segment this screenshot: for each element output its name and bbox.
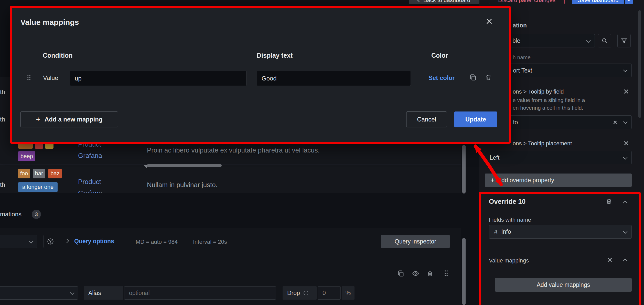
drag-mapping-handle-icon[interactable]: [25, 72, 33, 83]
back-to-dashboard-button[interactable]: Back to dashboard: [409, 0, 479, 4]
add-value-mappings-button[interactable]: Add value mappings: [495, 278, 632, 292]
row-divider: [0, 165, 461, 165]
filter-icon: [621, 37, 627, 44]
column-resize-handle[interactable]: [143, 165, 147, 168]
save-dashboard-caret-button[interactable]: [625, 0, 633, 4]
description-cell: Proin ac libero vulputate ex vulputate p…: [147, 146, 320, 154]
query-md-text: MD = auto = 984: [136, 239, 178, 245]
tag-label: a longer one: [22, 184, 53, 190]
cancel-label: Cancel: [417, 116, 436, 123]
query-inspector-label: Query inspector: [395, 238, 436, 245]
value-mappings-property-label: Value mappings: [489, 257, 529, 264]
query-options-link[interactable]: Query options: [74, 238, 114, 245]
alias-label: Alias: [88, 290, 101, 297]
delete-mapping-icon[interactable]: [485, 74, 492, 81]
update-button[interactable]: Update: [454, 111, 497, 127]
tab-transformations-fragment[interactable]: mations: [0, 211, 22, 218]
tag: a longer one: [18, 182, 58, 192]
column-header-display-text: Display text: [257, 52, 293, 59]
alias-label-box: Alias: [84, 286, 123, 300]
tag-label: bar: [35, 170, 43, 177]
main-scrollbar-thumb[interactable]: [462, 145, 466, 194]
fields-with-name-label-fragment: h name: [513, 54, 531, 60]
chevron-left-icon: [417, 0, 421, 2]
copy-mapping-icon[interactable]: [469, 74, 477, 81]
mapping-display-text-input[interactable]: [257, 71, 411, 86]
tag: beep: [18, 151, 35, 161]
remove-property-icon[interactable]: [624, 141, 629, 146]
remove-value-mappings-icon[interactable]: [607, 257, 612, 262]
toggle-visibility-icon[interactable]: [412, 270, 419, 277]
tag-label: beep: [20, 153, 33, 160]
drop-label: Drop: [287, 290, 300, 297]
discard-panel-changes-label: Discard panel changes: [498, 0, 555, 4]
tag: foo: [18, 169, 30, 178]
chevron-down-icon: [29, 239, 34, 243]
duplicate-query-icon[interactable]: [397, 270, 404, 277]
percent-label: %: [346, 290, 351, 297]
row-label-fragment: th: [0, 181, 5, 188]
column-divider[interactable]: [147, 165, 147, 193]
search-icon: [601, 37, 608, 44]
section-label-fragment: ation: [513, 22, 527, 29]
chevron-down-icon: [623, 229, 628, 234]
discard-panel-changes-button[interactable]: Discard panel changes: [489, 0, 565, 4]
mapping-type-label: Value: [43, 74, 58, 82]
remove-property-icon[interactable]: [624, 89, 629, 94]
datasource-select[interactable]: [0, 235, 37, 248]
sidebar-scrollbar[interactable]: [638, 10, 641, 118]
drag-query-handle-icon[interactable]: [442, 269, 450, 277]
cancel-button[interactable]: Cancel: [406, 111, 447, 127]
description-cell: Nullam in pulvinar justo.: [147, 181, 218, 189]
transformations-count: 3: [35, 211, 38, 217]
vendor-link[interactable]: Grafana: [78, 152, 102, 160]
chevron-down-icon: [623, 68, 628, 72]
row-label-fragment: th: [0, 88, 5, 96]
tag-label: baz: [50, 170, 59, 177]
add-value-mappings-label: Add value mappings: [537, 281, 590, 288]
percent-suffix-box: %: [342, 286, 355, 300]
column-header-condition: Condition: [43, 52, 73, 59]
delete-override-icon[interactable]: [606, 198, 612, 205]
add-new-mapping-label: Add a new mapping: [45, 116, 103, 123]
mapping-condition-input[interactable]: [70, 71, 246, 86]
fields-with-name-select[interactable]: A Info: [489, 225, 632, 239]
question-circle-icon: [47, 238, 54, 245]
chevron-down-icon: [70, 291, 74, 295]
update-label: Update: [465, 116, 486, 123]
override-10-title: Override 10: [489, 198, 525, 206]
main-scrollbar-thumb[interactable]: [462, 238, 466, 305]
delete-query-icon[interactable]: [426, 270, 434, 277]
close-icon[interactable]: [486, 18, 492, 25]
caret-down-icon: [627, 0, 630, 1]
tag: baz: [48, 169, 62, 178]
annotation-arrows: [468, 140, 512, 194]
tooltip-by-field-description-line1: e value from a sibling field in a: [513, 97, 585, 103]
transformations-count-badge: 3: [32, 210, 41, 219]
horizontal-scrollbar-thumb[interactable]: [147, 164, 222, 167]
add-new-mapping-button[interactable]: + Add a new mapping: [20, 111, 118, 127]
query-inspector-button[interactable]: Query inspector: [381, 235, 450, 248]
filter-options-button[interactable]: [617, 34, 631, 47]
fields-with-name-value: Info: [501, 228, 511, 235]
metric-select[interactable]: [0, 286, 78, 300]
alias-input[interactable]: [124, 286, 276, 300]
drop-value-input[interactable]: [318, 286, 341, 300]
row-label-fragment: th: [0, 116, 5, 123]
tag: bar: [33, 169, 45, 178]
search-options-button[interactable]: [598, 34, 611, 47]
vendor-link[interactable]: Grafana: [78, 189, 102, 193]
query-interval-text: Interval = 20s: [193, 239, 227, 245]
drop-label-box: Drop: [283, 286, 317, 300]
tooltip-by-field-description-line2: en hovering a cell in this field.: [513, 105, 583, 111]
chevron-down-icon: [586, 38, 591, 43]
save-dashboard-button[interactable]: Save dashboard: [572, 0, 624, 4]
chevron-down-icon: [623, 120, 628, 124]
column-header-color: Color: [431, 52, 448, 59]
datasource-help-button[interactable]: [44, 235, 57, 248]
product-link[interactable]: Product: [78, 178, 101, 186]
field-type-icon: A: [494, 228, 498, 236]
clear-value-icon[interactable]: [613, 120, 617, 124]
field-name-select-value: ort Text: [513, 67, 532, 74]
set-color-link[interactable]: Set color: [428, 74, 455, 82]
